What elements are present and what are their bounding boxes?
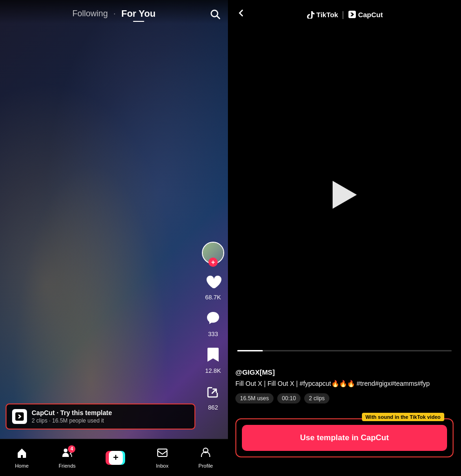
svg-point-3 <box>64 449 67 452</box>
tag-clips: 2 clips <box>304 393 329 403</box>
tiktok-logo: TikTok <box>306 10 338 19</box>
share-button[interactable]: 862 <box>203 382 223 411</box>
right-content: @GIGX[MS] Fill Out X | Fill Out X | #fyp… <box>228 361 461 413</box>
tab-foryou[interactable]: For You <box>121 8 156 19</box>
right-video-area[interactable] <box>228 29 461 361</box>
video-progress-bar[interactable] <box>237 350 452 351</box>
add-button[interactable]: + <box>106 451 126 465</box>
share-count: 862 <box>208 404 218 411</box>
creator-username[interactable]: @GIGX[MS] <box>235 368 454 376</box>
capcut-header-label: CapCut <box>358 11 383 19</box>
nav-tabs: Following · For You <box>73 8 156 19</box>
cta-border-box: With sound in the TikTok video Use templ… <box>235 418 454 457</box>
tags-row: 16.5M uses 00:10 2 clips <box>235 393 454 403</box>
creator-avatar[interactable]: + <box>202 242 224 264</box>
video-area[interactable]: + 68.7K 333 <box>0 0 228 476</box>
play-button[interactable] <box>333 181 357 209</box>
progress-fill <box>237 350 263 351</box>
brand-logos: TikTok | CapCut <box>306 10 383 20</box>
home-label: Home <box>15 463 28 469</box>
like-count: 68.7K <box>205 294 221 301</box>
capcut-text: CapCut · Try this template 2 clips · 16.… <box>32 409 189 424</box>
svg-line-1 <box>217 16 220 19</box>
inbox-label: Inbox <box>156 463 168 469</box>
profile-label: Profile <box>199 463 213 469</box>
inbox-icon <box>157 447 168 461</box>
nav-divider: · <box>114 9 116 19</box>
nav-profile[interactable]: Profile <box>199 447 213 469</box>
video-description: Fill Out X | Fill Out X | #fypcapcut🔥🔥🔥 … <box>235 379 454 389</box>
left-header: Following · For You <box>0 0 228 24</box>
template-cta-wrapper: With sound in the TikTok video Use templ… <box>228 413 461 476</box>
capcut-subtitle: 2 clips · 16.5M people used it <box>32 417 189 424</box>
bookmark-button[interactable]: 12.8K <box>203 345 223 374</box>
friends-icon: 4 <box>61 447 73 461</box>
right-header: TikTok | CapCut <box>228 0 461 29</box>
profile-icon <box>200 447 211 461</box>
sound-badge: With sound in the TikTok video <box>362 413 444 421</box>
nav-home[interactable]: Home <box>15 447 28 469</box>
bookmark-icon <box>203 345 223 365</box>
tag-duration: 00:10 <box>277 393 301 403</box>
nav-friends[interactable]: 4 Friends <box>59 447 76 469</box>
comment-button[interactable]: 333 <box>203 308 223 337</box>
capcut-header-logo: CapCut <box>348 10 383 19</box>
like-button[interactable]: 68.7K <box>203 271 223 301</box>
friends-badge: 4 <box>68 445 75 453</box>
left-panel: Following · For You + <box>0 0 228 476</box>
heart-icon <box>203 271 223 292</box>
search-button[interactable] <box>209 8 220 22</box>
home-icon <box>16 447 27 461</box>
bottom-navigation: Home 4 Friends + <box>0 439 228 476</box>
tiktok-label: TikTok <box>316 11 338 19</box>
right-panel: TikTok | CapCut @GIGX[MS] Fill Out X | F… <box>228 0 461 476</box>
share-icon <box>203 382 223 402</box>
friends-label: Friends <box>59 463 76 469</box>
use-template-button[interactable]: Use template in CapCut <box>242 425 447 451</box>
capcut-template-banner[interactable]: CapCut · Try this template 2 clips · 16.… <box>6 403 195 430</box>
bookmark-count: 12.8K <box>205 367 221 374</box>
svg-rect-4 <box>158 449 167 456</box>
capcut-logo-icon <box>12 409 27 424</box>
nav-inbox[interactable]: Inbox <box>156 447 168 469</box>
nav-add[interactable]: + <box>106 451 126 465</box>
comment-icon <box>203 308 223 329</box>
back-button[interactable] <box>235 7 247 21</box>
tab-following[interactable]: Following <box>73 9 108 19</box>
tag-uses: 16.5M uses <box>235 393 274 403</box>
capcut-title: CapCut · Try this template <box>32 409 189 416</box>
side-actions: + 68.7K 333 <box>202 242 224 411</box>
follow-plus-button[interactable]: + <box>208 258 218 267</box>
logo-divider: | <box>342 10 344 20</box>
comment-count: 333 <box>208 331 218 337</box>
add-center: + <box>109 451 123 465</box>
